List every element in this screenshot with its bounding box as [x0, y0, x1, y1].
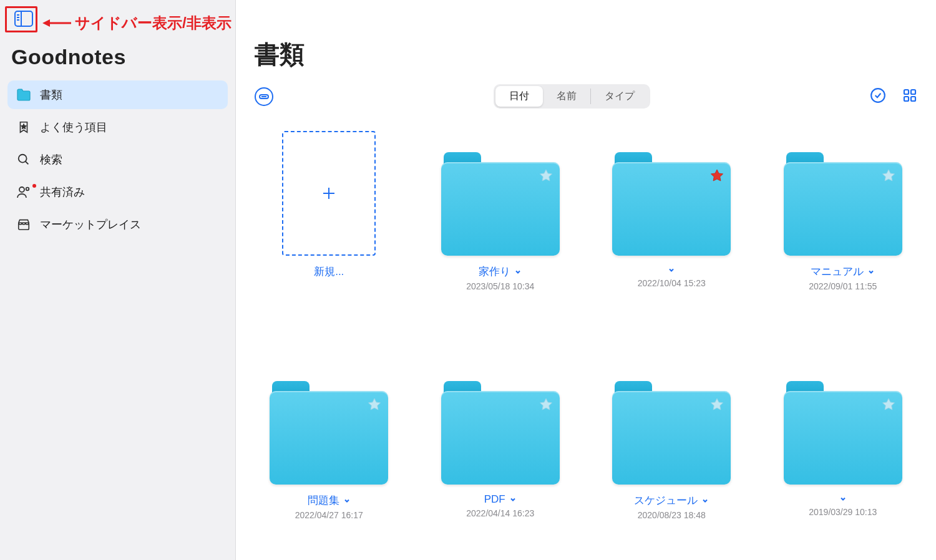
folder-cell: スケジュール 2020/08/23 18:48	[605, 360, 739, 520]
favorite-star-icon[interactable]	[539, 397, 553, 412]
folder-icon[interactable]	[441, 162, 560, 256]
svg-line-9	[26, 162, 29, 165]
select-mode-icon[interactable]	[870, 87, 886, 106]
folder-name: 家作り	[479, 264, 510, 279]
sort-option-date[interactable]: 日付	[495, 86, 543, 107]
sidebar-item-label: マーケットプレイス	[40, 217, 141, 232]
notification-dot	[32, 184, 36, 188]
svg-point-8	[19, 155, 27, 163]
folder-title[interactable]: 問題集	[308, 493, 351, 508]
folder-title[interactable]: PDF	[484, 493, 517, 506]
folder-name: スケジュール	[634, 493, 698, 508]
svg-rect-16	[904, 90, 909, 94]
sidebar-item-marketplace[interactable]: マーケットプレイス	[7, 210, 228, 239]
store-icon	[16, 218, 31, 231]
folder-date: 2022/09/01 11:55	[809, 281, 877, 291]
sort-option-name[interactable]: 名前	[543, 86, 590, 107]
folder-cell: 家作り 2023/05/18 10:34	[434, 131, 568, 291]
favorite-star-icon[interactable]	[709, 168, 724, 183]
bookmark-star-icon	[16, 120, 31, 134]
svg-rect-18	[904, 97, 909, 101]
sidebar-item-label: 共有済み	[40, 185, 85, 200]
folder-icon[interactable]	[612, 162, 731, 256]
folder-title[interactable]: マニュアル	[811, 264, 875, 279]
sidebar-nav: 書類 よく使う項目 検索 共有済み	[7, 80, 228, 239]
sort-segmented-control[interactable]: 日付 名前 タイプ	[494, 84, 650, 109]
new-document-button[interactable]	[282, 131, 376, 256]
folder-date: 2019/03/29 10:13	[809, 507, 877, 517]
documents-grid: 新規... 家作り 2023/05/18 10:34 2022/10/04 15…	[255, 131, 917, 520]
folder-date: 2020/08/23 18:48	[638, 510, 706, 520]
folder-icon[interactable]	[784, 391, 902, 485]
svg-point-10	[19, 187, 24, 192]
folder-cell: マニュアル 2022/09/01 11:55	[776, 131, 910, 291]
view-grid-icon[interactable]	[902, 88, 917, 105]
brand-title: Goodnotes	[11, 45, 225, 69]
favorite-star-icon[interactable]	[881, 168, 896, 183]
sidebar-item-label: よく使う項目	[40, 120, 107, 135]
new-document-label[interactable]: 新規...	[314, 264, 344, 279]
folder-icon[interactable]	[612, 391, 731, 485]
folder-date: 2022/04/27 16:17	[295, 510, 363, 520]
folder-cell: PDF 2022/04/14 16:23	[434, 360, 568, 520]
main-content: 書類 日付 名前 タイプ	[236, 0, 936, 560]
page-title: 書類	[255, 37, 917, 72]
folder-cell: 問題集 2022/04/27 16:17	[262, 360, 396, 520]
svg-rect-17	[911, 90, 915, 94]
svg-point-15	[871, 89, 885, 102]
svg-point-11	[26, 188, 29, 191]
folder-date: 2023/05/18 10:34	[466, 281, 534, 291]
folder-title[interactable]	[839, 493, 847, 504]
favorite-star-icon[interactable]	[367, 397, 382, 412]
folder-icon	[16, 88, 31, 102]
folder-icon[interactable]	[784, 162, 902, 256]
search-icon	[16, 153, 31, 167]
svg-rect-12	[19, 223, 29, 229]
folder-name: PDF	[484, 493, 505, 506]
sidebar-item-shared[interactable]: 共有済み	[7, 178, 228, 206]
quick-note-icon[interactable]	[255, 87, 273, 106]
sidebar-item-search[interactable]: 検索	[7, 145, 228, 174]
folder-name: 問題集	[308, 493, 339, 508]
folder-name: マニュアル	[811, 264, 864, 279]
svg-rect-19	[911, 97, 915, 101]
folder-date: 2022/10/04 15:23	[638, 278, 706, 288]
sidebar-item-label: 書類	[40, 87, 62, 102]
new-document-cell: 新規...	[262, 131, 396, 291]
folder-cell: 2022/10/04 15:23	[605, 131, 739, 291]
favorite-star-icon[interactable]	[539, 168, 553, 183]
folder-date: 2022/04/14 16:23	[466, 508, 534, 518]
sidebar: Goodnotes 書類 よく使う項目 検索	[0, 0, 236, 560]
folder-title[interactable]: 家作り	[479, 264, 522, 279]
sort-option-type[interactable]: タイプ	[591, 86, 648, 107]
sidebar-item-favorites[interactable]: よく使う項目	[7, 113, 228, 142]
people-icon	[16, 185, 31, 199]
folder-icon[interactable]	[441, 391, 560, 485]
folder-icon[interactable]	[270, 391, 388, 485]
folder-title[interactable]: スケジュール	[634, 493, 709, 508]
favorite-star-icon[interactable]	[709, 397, 724, 412]
sidebar-item-label: 検索	[40, 152, 62, 167]
folder-title[interactable]	[668, 264, 675, 276]
favorite-star-icon[interactable]	[881, 397, 896, 412]
folder-cell: 2019/03/29 10:13	[776, 360, 910, 520]
sidebar-item-documents[interactable]: 書類	[7, 80, 228, 109]
